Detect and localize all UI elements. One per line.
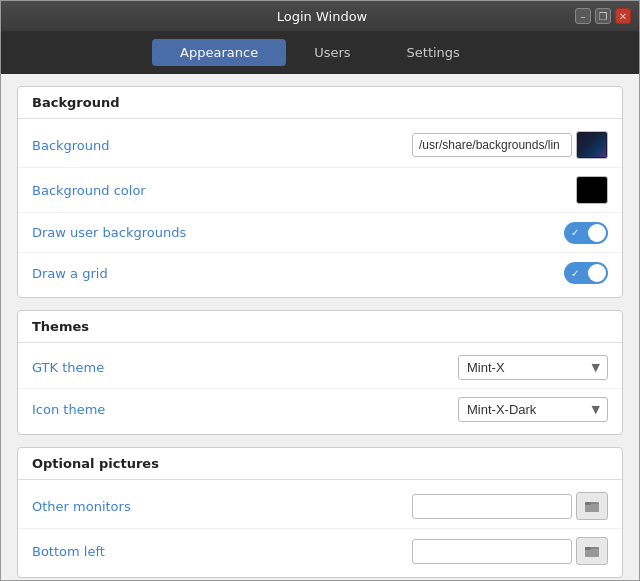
bottom-left-label: Bottom left <box>32 544 412 559</box>
background-thumbnail <box>578 133 606 157</box>
background-color-label: Background color <box>32 183 576 198</box>
toggle-knob <box>588 224 606 242</box>
draw-grid-controls: ✓ <box>564 262 608 284</box>
optional-pictures-body: Other monitors Botto <box>18 480 622 577</box>
background-color-swatch[interactable] <box>576 176 608 204</box>
icon-theme-select[interactable]: Mint-X-Dark Mint-X Adwaita <box>458 397 608 422</box>
draw-grid-toggle[interactable]: ✓ <box>564 262 608 284</box>
toggle-grid-check-icon: ✓ <box>571 268 579 279</box>
background-color-row: Background color <box>18 168 622 213</box>
toggle-grid-knob <box>588 264 606 282</box>
other-monitors-label: Other monitors <box>32 499 412 514</box>
folder-icon-2 <box>584 543 600 559</box>
icon-theme-controls: Mint-X-Dark Mint-X Adwaita ▼ <box>458 397 608 422</box>
draw-grid-row: Draw a grid ✓ <box>18 253 622 293</box>
content-area: Background Background Background color <box>1 74 639 580</box>
toggle-check-icon: ✓ <box>571 227 579 238</box>
svg-rect-1 <box>585 502 591 505</box>
bottom-left-row: Bottom left <box>18 529 622 573</box>
restore-button[interactable]: ❐ <box>595 8 611 24</box>
tab-users[interactable]: Users <box>286 39 378 66</box>
tabs-bar: Appearance Users Settings <box>1 31 639 74</box>
themes-section: Themes GTK theme Mint-X Mint-Y Adwaita ▼ <box>17 310 623 435</box>
window-title: Login Window <box>69 9 575 24</box>
bottom-left-controls <box>412 537 608 565</box>
other-monitors-row: Other monitors <box>18 484 622 529</box>
draw-grid-label: Draw a grid <box>32 266 564 281</box>
gtk-theme-select[interactable]: Mint-X Mint-Y Adwaita <box>458 355 608 380</box>
bottom-left-input[interactable] <box>412 539 572 564</box>
gtk-theme-label: GTK theme <box>32 360 458 375</box>
tab-appearance[interactable]: Appearance <box>152 39 286 66</box>
optional-pictures-section: Optional pictures Other monitors <box>17 447 623 578</box>
themes-section-header: Themes <box>18 311 622 343</box>
background-color-controls <box>576 176 608 204</box>
draw-user-backgrounds-label: Draw user backgrounds <box>32 225 564 240</box>
other-monitors-browse-button[interactable] <box>576 492 608 520</box>
close-button[interactable]: ✕ <box>615 8 631 24</box>
gtk-theme-row: GTK theme Mint-X Mint-Y Adwaita ▼ <box>18 347 622 389</box>
window-controls: – ❐ ✕ <box>575 8 631 24</box>
titlebar: Login Window – ❐ ✕ <box>1 1 639 31</box>
background-preview-button[interactable] <box>576 131 608 159</box>
background-section-body: Background Background color <box>18 119 622 297</box>
folder-icon <box>584 498 600 514</box>
other-monitors-input[interactable] <box>412 494 572 519</box>
themes-section-body: GTK theme Mint-X Mint-Y Adwaita ▼ Icon t… <box>18 343 622 434</box>
background-label: Background <box>32 138 412 153</box>
background-controls <box>412 131 608 159</box>
background-section: Background Background Background color <box>17 86 623 298</box>
tab-settings[interactable]: Settings <box>379 39 488 66</box>
draw-user-backgrounds-row: Draw user backgrounds ✓ <box>18 213 622 253</box>
icon-theme-label: Icon theme <box>32 402 458 417</box>
svg-rect-3 <box>585 547 591 550</box>
bottom-left-browse-button[interactable] <box>576 537 608 565</box>
gtk-theme-controls: Mint-X Mint-Y Adwaita ▼ <box>458 355 608 380</box>
background-row: Background <box>18 123 622 168</box>
icon-theme-row: Icon theme Mint-X-Dark Mint-X Adwaita ▼ <box>18 389 622 430</box>
main-window: Login Window – ❐ ✕ Appearance Users Sett… <box>0 0 640 581</box>
background-section-header: Background <box>18 87 622 119</box>
background-path-input[interactable] <box>412 133 572 157</box>
minimize-button[interactable]: – <box>575 8 591 24</box>
other-monitors-controls <box>412 492 608 520</box>
draw-user-backgrounds-controls: ✓ <box>564 222 608 244</box>
optional-pictures-header: Optional pictures <box>18 448 622 480</box>
draw-user-backgrounds-toggle[interactable]: ✓ <box>564 222 608 244</box>
